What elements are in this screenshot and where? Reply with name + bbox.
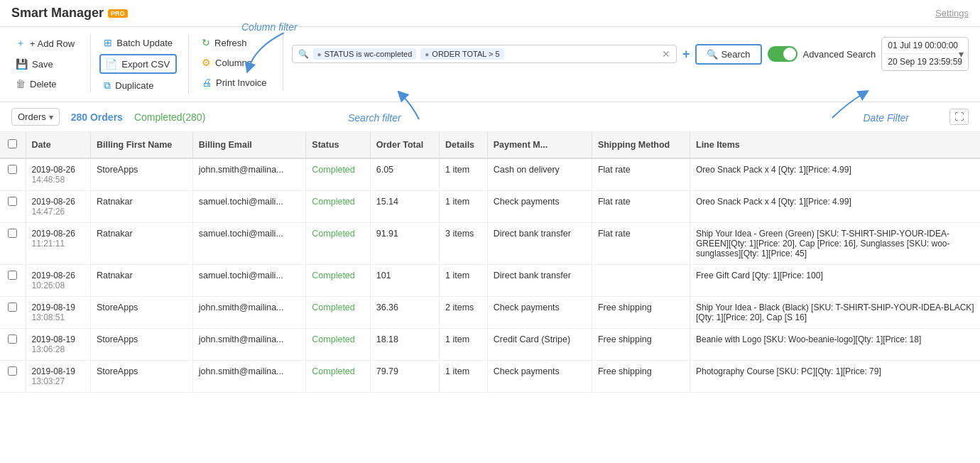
row-checkbox[interactable] — [8, 334, 17, 344]
search-clear-button[interactable]: ✕ — [662, 48, 670, 60]
refresh-button[interactable]: ↻ Refresh — [197, 34, 271, 51]
cell-order-total: 6.05 — [370, 158, 439, 191]
row-checkbox[interactable] — [8, 197, 17, 206]
cell-billing-email: samuel.tochi@maili... — [192, 265, 306, 297]
row-checkbox[interactable] — [8, 165, 17, 174]
date-filter[interactable]: 01 Jul 19 00:00:00 20 Sep 19 23:59:59 ▾ — [881, 37, 969, 71]
cell-billing-email: john.smith@mailina... — [192, 361, 306, 393]
row-checkbox[interactable] — [8, 303, 17, 312]
cell-status: Completed — [306, 265, 370, 297]
cell-billing-email: john.smith@mailina... — [192, 329, 306, 361]
cell-billing-email: samuel.tochi@maili... — [192, 191, 306, 223]
toolbar-group-2: ⊞ Batch Update 📄 Export CSV ⧉ Duplicate — [99, 34, 189, 94]
save-button[interactable]: 💾 Save — [11, 55, 79, 72]
settings-link[interactable]: Settings — [935, 8, 969, 18]
cell-billing-first: StoreApps — [90, 329, 192, 361]
export-csv-button[interactable]: 📄 Export CSV — [99, 54, 177, 74]
th-shipping-method: Shipping Method — [592, 132, 690, 158]
row-checkbox[interactable] — [8, 271, 17, 280]
columns-button[interactable]: ⚙ Columns — [197, 54, 271, 71]
th-date: Date — [26, 132, 90, 158]
cell-details: 1 item — [440, 158, 488, 191]
cell-line-items: Free Gift Card [Qty: 1][Price: 100] — [690, 265, 981, 297]
cell-checkbox[interactable] — [0, 297, 26, 329]
filter-circle-icon: ● — [317, 50, 322, 58]
th-line-items: Line Items — [690, 132, 981, 158]
delete-button[interactable]: 🗑 Delete — [11, 75, 79, 92]
cell-payment-method: Direct bank transfer — [487, 223, 592, 265]
search-bar[interactable]: 🔍 ● STATUS is wc-completed ● ORDER TOTAL… — [292, 45, 677, 63]
entity-selector[interactable]: Orders ▾ — [11, 108, 60, 126]
cell-checkbox[interactable] — [0, 223, 26, 265]
add-filter-button[interactable]: + — [682, 47, 690, 62]
cell-shipping-method: Free shipping — [592, 361, 690, 393]
cell-payment-method: Direct bank transfer — [487, 265, 592, 297]
row-checkbox[interactable] — [8, 229, 17, 238]
cell-details: 2 items — [440, 297, 488, 329]
cell-status: Completed — [306, 191, 370, 223]
table-body: 2019-08-2614:48:58 StoreApps john.smith@… — [0, 158, 980, 393]
cell-billing-first: Ratnakar — [90, 265, 192, 297]
cell-payment-method: Credit Card (Stripe) — [487, 329, 592, 361]
cell-details: 1 item — [440, 361, 488, 393]
cell-billing-first: StoreApps — [90, 297, 192, 329]
cell-payment-method: Check payments — [487, 361, 592, 393]
cell-shipping-method: Free shipping — [592, 297, 690, 329]
filter-tag-status[interactable]: ● STATUS is wc-completed — [313, 48, 417, 60]
table-header-row: Date Billing First Name Billing Email St… — [0, 132, 980, 158]
select-all-checkbox[interactable] — [8, 139, 17, 148]
delete-icon: 🗑 — [16, 78, 26, 89]
row-checkbox[interactable] — [8, 366, 17, 376]
order-count: 280 Orders — [71, 111, 123, 123]
cell-billing-email: john.smith@mailina... — [192, 158, 306, 191]
app-title: Smart Manager PRO — [11, 6, 128, 21]
th-billing-email: Billing Email — [192, 132, 306, 158]
cell-checkbox[interactable] — [0, 265, 26, 297]
advanced-search-toggle[interactable] — [768, 46, 797, 62]
th-order-total: Order Total — [370, 132, 439, 158]
cell-date: 2019-08-1913:06:28 — [26, 329, 90, 361]
table-row: 2019-08-2611:21:11 Ratnakar samuel.tochi… — [0, 223, 980, 265]
orders-table: Date Billing First Name Billing Email St… — [0, 132, 980, 393]
expand-button[interactable]: ⛶ — [949, 109, 969, 125]
duplicate-button[interactable]: ⧉ Duplicate — [99, 77, 177, 94]
date-from: 01 Jul 19 00:00:00 — [882, 38, 968, 54]
batch-update-button[interactable]: ⊞ Batch Update — [99, 34, 177, 51]
filter-tag-order-total[interactable]: ● ORDER TOTAL > 5 — [420, 48, 503, 60]
th-checkbox[interactable] — [0, 132, 26, 158]
cell-order-total: 18.18 — [370, 329, 439, 361]
export-csv-icon: 📄 — [105, 58, 117, 70]
cell-billing-first: Ratnakar — [90, 191, 192, 223]
cell-checkbox[interactable] — [0, 158, 26, 191]
cell-details: 1 item — [440, 329, 488, 361]
cell-checkbox[interactable] — [0, 191, 26, 223]
cell-date: 2019-08-2611:21:11 — [26, 223, 90, 265]
cell-checkbox[interactable] — [0, 361, 26, 393]
cell-shipping-method: Flat rate — [592, 223, 690, 265]
cell-order-total: 101 — [370, 265, 439, 297]
date-filter-chevron[interactable]: ▾ — [959, 48, 964, 60]
cell-status: Completed — [306, 158, 370, 191]
entity-chevron: ▾ — [49, 112, 53, 122]
cell-shipping-method: Flat rate — [592, 191, 690, 223]
cell-date: 2019-08-2614:48:58 — [26, 158, 90, 191]
cell-status: Completed — [306, 297, 370, 329]
cell-shipping-method: Free shipping — [592, 329, 690, 361]
search-bar-icon: 🔍 — [298, 49, 309, 59]
cell-line-items: Ship Your Idea - Green (Green) [SKU: T-S… — [690, 223, 981, 265]
cell-date: 2019-08-2610:26:08 — [26, 265, 90, 297]
search-button[interactable]: 🔍 Search — [695, 44, 761, 65]
expand-icon: ⛶ — [954, 111, 964, 122]
cell-checkbox[interactable] — [0, 329, 26, 361]
batch-update-icon: ⊞ — [104, 37, 112, 48]
advanced-search-toggle-group: Advanced Search — [768, 46, 876, 62]
cell-billing-first: Ratnakar — [90, 223, 192, 265]
add-row-button[interactable]: ＋ + Add Row — [11, 34, 79, 53]
completed-count: Completed(280) — [134, 111, 205, 123]
print-invoice-button[interactable]: 🖨 Print Invoice — [197, 74, 271, 91]
cell-order-total: 91.91 — [370, 223, 439, 265]
th-details: Details — [440, 132, 488, 158]
advanced-search-label: Advanced Search — [803, 49, 876, 60]
cell-details: 1 item — [440, 191, 488, 223]
cell-line-items: Beanie with Logo [SKU: Woo-beanie-logo][… — [690, 329, 981, 361]
